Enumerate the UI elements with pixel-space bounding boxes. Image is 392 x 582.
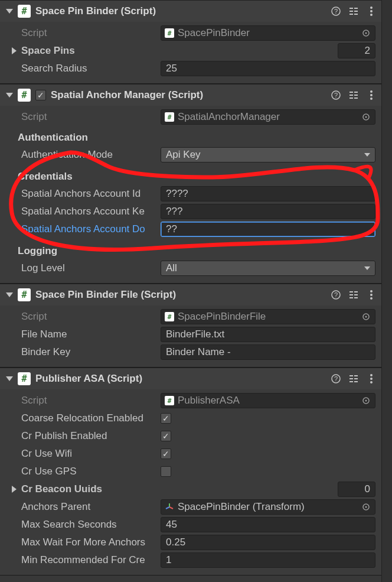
component-title: Publisher ASA (Script): [35, 373, 326, 385]
kebab-menu-icon[interactable]: [366, 290, 377, 300]
script-label: Script: [21, 311, 161, 323]
foldout-icon[interactable]: [6, 292, 13, 297]
svg-rect-16: [354, 92, 358, 93]
csharp-script-icon: #: [18, 89, 31, 102]
component-header[interactable]: # Spatial Anchor Manager (Script) ?: [0, 84, 381, 106]
csharp-script-icon: #: [18, 288, 31, 301]
file-name-field[interactable]: BinderFile.txt: [161, 327, 375, 342]
object-picker-icon[interactable]: [361, 28, 371, 38]
binder-key-label: Binder Key: [21, 346, 161, 358]
foldout-icon[interactable]: [6, 93, 13, 97]
script-object-field[interactable]: # PublisherASA: [161, 393, 375, 408]
auth-mode-label: Authentication Mode: [21, 149, 161, 161]
svg-rect-15: [349, 92, 353, 93]
svg-point-48: [370, 378, 373, 380]
coarse-relocation-checkbox[interactable]: [161, 413, 171, 424]
binder-key-field[interactable]: Binder Name -: [161, 344, 375, 360]
max-wait-field[interactable]: 0.25: [161, 535, 375, 550]
component-header[interactable]: # Publisher ASA (Script) ?: [0, 368, 381, 389]
cr-publish-checkbox[interactable]: [161, 431, 171, 441]
component-header[interactable]: # Space Pin Binder (Script) ?: [0, 1, 381, 22]
account-domain-field[interactable]: ??: [161, 222, 375, 237]
svg-point-49: [370, 381, 373, 383]
cr-publish-label: Cr Publish Enabled: [21, 430, 161, 442]
object-picker-icon[interactable]: [361, 502, 371, 512]
authentication-header: Authentication: [6, 129, 375, 146]
kebab-menu-icon[interactable]: [366, 6, 377, 17]
svg-point-23: [370, 97, 373, 100]
svg-point-56: [365, 506, 367, 508]
svg-rect-41: [349, 375, 353, 376]
cr-use-gps-label: Cr Use GPS: [21, 466, 161, 477]
help-icon[interactable]: ?: [331, 90, 341, 100]
foldout-icon[interactable]: [6, 376, 13, 381]
component-space-pin-binder-file: # Space Pin Binder File (Script) ? Scrip…: [0, 284, 381, 368]
script-object-field[interactable]: # SpacePinBinder: [161, 25, 375, 41]
script-object-value: PublisherASA: [178, 395, 357, 407]
foldout-icon[interactable]: [12, 47, 17, 54]
search-radius-field[interactable]: 25: [161, 61, 375, 76]
component-title: Spatial Anchor Manager (Script): [51, 89, 326, 101]
help-icon[interactable]: ?: [331, 6, 341, 17]
svg-point-10: [370, 14, 373, 16]
min-recommended-field[interactable]: 1: [161, 552, 375, 568]
script-object-field[interactable]: # SpatialAnchorManager: [161, 109, 375, 125]
script-object-value: SpacePinBinderFile: [178, 311, 357, 323]
object-picker-icon[interactable]: [361, 395, 371, 406]
help-icon[interactable]: ?: [331, 373, 341, 384]
help-icon[interactable]: ?: [331, 290, 341, 300]
object-picker-icon[interactable]: [361, 311, 371, 322]
account-id-field[interactable]: ????: [161, 186, 375, 201]
component-enable-checkbox[interactable]: [35, 90, 46, 100]
svg-point-51: [365, 400, 367, 402]
space-pins-count-field[interactable]: 2: [338, 43, 375, 58]
foldout-icon[interactable]: [12, 486, 17, 493]
csharp-script-icon: #: [18, 372, 31, 385]
svg-rect-4: [349, 11, 353, 12]
svg-text:?: ?: [334, 8, 338, 15]
kebab-menu-icon[interactable]: [366, 373, 377, 384]
preset-icon[interactable]: [348, 290, 359, 300]
csharp-script-icon: #: [165, 396, 174, 405]
component-publisher-asa: # Publisher ASA (Script) ? Script # Publ…: [0, 368, 381, 576]
svg-point-35: [370, 294, 373, 296]
account-key-field[interactable]: ???: [161, 204, 375, 219]
min-recommended-label: Min Recommended For Cre: [21, 554, 161, 566]
auth-mode-dropdown[interactable]: Api Key: [161, 147, 375, 162]
preset-icon[interactable]: [348, 90, 359, 100]
script-label: Script: [21, 27, 161, 39]
preset-icon[interactable]: [348, 373, 359, 384]
script-object-value: SpatialAnchorManager: [178, 111, 357, 123]
svg-rect-17: [349, 95, 353, 96]
svg-point-38: [365, 316, 367, 318]
script-object-field[interactable]: # SpacePinBinderFile: [161, 309, 375, 324]
search-radius-label: Search Radius: [21, 63, 161, 74]
svg-point-9: [370, 10, 373, 12]
object-picker-icon[interactable]: [361, 112, 371, 122]
cr-beacon-uuids-count-field[interactable]: 0: [338, 482, 375, 497]
account-domain-label: Spatial Anchors Account Do: [21, 223, 161, 235]
foldout-icon[interactable]: [6, 9, 13, 14]
chevron-down-icon: [364, 153, 370, 157]
scrollbar-gutter[interactable]: [381, 0, 392, 582]
component-header[interactable]: # Space Pin Binder File (Script) ?: [0, 284, 381, 305]
cr-use-wifi-checkbox[interactable]: [161, 448, 171, 459]
preset-icon[interactable]: [348, 6, 359, 17]
svg-point-47: [370, 374, 373, 376]
svg-text:?: ?: [334, 291, 338, 298]
svg-rect-44: [354, 378, 358, 379]
component-space-pin-binder: # Space Pin Binder (Script) ? Script # S…: [0, 0, 381, 84]
svg-rect-20: [354, 97, 358, 99]
svg-rect-46: [354, 381, 358, 382]
account-key-label: Spatial Anchors Account Ke: [21, 206, 161, 217]
anchors-parent-field[interactable]: SpacePinBinder (Transform): [161, 499, 375, 515]
cr-use-gps-checkbox[interactable]: [161, 466, 171, 477]
max-search-seconds-field[interactable]: 45: [161, 517, 375, 532]
cr-beacon-uuids-label: Cr Beacon Uuids: [21, 483, 161, 495]
kebab-menu-icon[interactable]: [366, 90, 377, 100]
svg-rect-18: [354, 95, 358, 96]
log-level-dropdown[interactable]: All: [161, 261, 375, 276]
svg-point-34: [370, 290, 373, 292]
coarse-relocation-label: Coarse Relocation Enabled: [21, 412, 161, 424]
anchors-parent-label: Anchors Parent: [21, 501, 161, 513]
